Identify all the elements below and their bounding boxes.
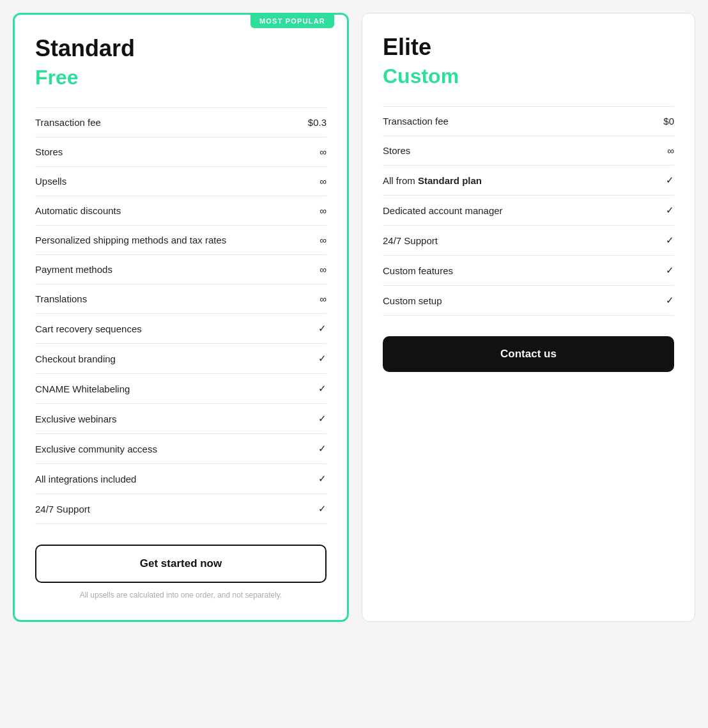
feature-label: Upsells [35, 176, 66, 187]
feature-value: ✓ [666, 205, 674, 216]
feature-label: Exclusive webinars [35, 414, 117, 424]
elite-features-list: Transaction fee$0Stores∞All from Standar… [383, 106, 674, 316]
feature-label: Custom features [383, 265, 453, 276]
standard-plan-name: Standard [35, 35, 327, 62]
feature-value: ✓ [318, 503, 327, 515]
table-row: Dedicated account manager✓ [383, 196, 674, 226]
feature-value: ∞ [319, 205, 327, 216]
feature-label: All integrations included [35, 474, 136, 484]
table-row: CNAME Whitelabeling✓ [35, 374, 327, 404]
table-row: Checkout branding✓ [35, 344, 327, 374]
feature-label: Stores [383, 145, 410, 156]
elite-plan-name: Elite [383, 34, 674, 61]
feature-value: ∞ [667, 145, 674, 156]
standard-features-list: Transaction fee$0.3Stores∞Upsells∞Automa… [35, 107, 327, 524]
table-row: Personalized shipping methods and tax ra… [35, 226, 327, 255]
feature-label: 24/7 Support [35, 504, 90, 515]
feature-label: Transaction fee [35, 117, 101, 128]
feature-value: $0 [663, 116, 674, 127]
feature-value: ✓ [318, 323, 327, 334]
table-row: Stores∞ [383, 136, 674, 166]
elite-card: Elite Custom Transaction fee$0Stores∞All… [362, 13, 695, 622]
feature-label: Cart recovery sequences [35, 323, 142, 334]
standard-plan-price: Free [35, 66, 327, 89]
table-row: Upsells∞ [35, 167, 327, 196]
feature-value: ✓ [318, 413, 327, 424]
table-row: All from Standard plan✓ [383, 166, 674, 196]
table-row: All integrations included✓ [35, 464, 327, 494]
feature-label: Exclusive community access [35, 444, 157, 454]
table-row: Translations∞ [35, 284, 327, 314]
feature-label: Personalized shipping methods and tax ra… [35, 235, 226, 245]
table-row: Transaction fee$0 [383, 106, 674, 136]
feature-value: ✓ [666, 295, 674, 306]
feature-label: Payment methods [35, 264, 112, 275]
table-row: Exclusive community access✓ [35, 434, 327, 464]
feature-value: ∞ [319, 176, 327, 187]
table-row: Exclusive webinars✓ [35, 404, 327, 434]
feature-label: Transaction fee [383, 116, 449, 127]
table-row: Stores∞ [35, 137, 327, 167]
feature-label: 24/7 Support [383, 235, 438, 246]
feature-value: ✓ [318, 353, 327, 364]
table-row: Automatic discounts∞ [35, 196, 327, 226]
feature-label: CNAME Whitelabeling [35, 383, 130, 394]
table-row: 24/7 Support✓ [383, 226, 674, 256]
feature-value: ✓ [666, 265, 674, 276]
table-row: Cart recovery sequences✓ [35, 314, 327, 344]
feature-value: ∞ [319, 235, 327, 245]
feature-value: ∞ [319, 146, 327, 157]
feature-value: ✓ [666, 235, 674, 246]
table-row: Transaction fee$0.3 [35, 107, 327, 137]
feature-value: ✓ [318, 383, 327, 394]
feature-label: Custom setup [383, 295, 442, 306]
pricing-container: MOST POPULAR Standard Free Transaction f… [13, 13, 695, 622]
table-row: Custom features✓ [383, 256, 674, 286]
table-row: Payment methods∞ [35, 255, 327, 284]
most-popular-badge: MOST POPULAR [250, 14, 334, 28]
feature-label: Stores [35, 146, 63, 157]
feature-label: Translations [35, 293, 87, 304]
elite-plan-price: Custom [383, 65, 674, 88]
feature-value: ✓ [318, 443, 327, 454]
standard-card: MOST POPULAR Standard Free Transaction f… [13, 13, 349, 622]
standard-cta-button[interactable]: Get started now [35, 545, 327, 583]
feature-label: Checkout branding [35, 353, 116, 364]
feature-value: ∞ [319, 264, 327, 275]
table-row: Custom setup✓ [383, 286, 674, 316]
feature-value: $0.3 [308, 117, 327, 128]
feature-label: Dedicated account manager [383, 205, 503, 216]
feature-value: ✓ [666, 174, 674, 186]
elite-cta-button[interactable]: Contact us [383, 336, 674, 372]
feature-label: All from Standard plan [383, 175, 482, 186]
feature-value: ∞ [319, 293, 327, 304]
feature-label: Automatic discounts [35, 205, 121, 216]
feature-value: ✓ [318, 473, 327, 484]
standard-disclaimer: All upsells are calculated into one orde… [35, 591, 327, 600]
table-row: 24/7 Support✓ [35, 494, 327, 524]
